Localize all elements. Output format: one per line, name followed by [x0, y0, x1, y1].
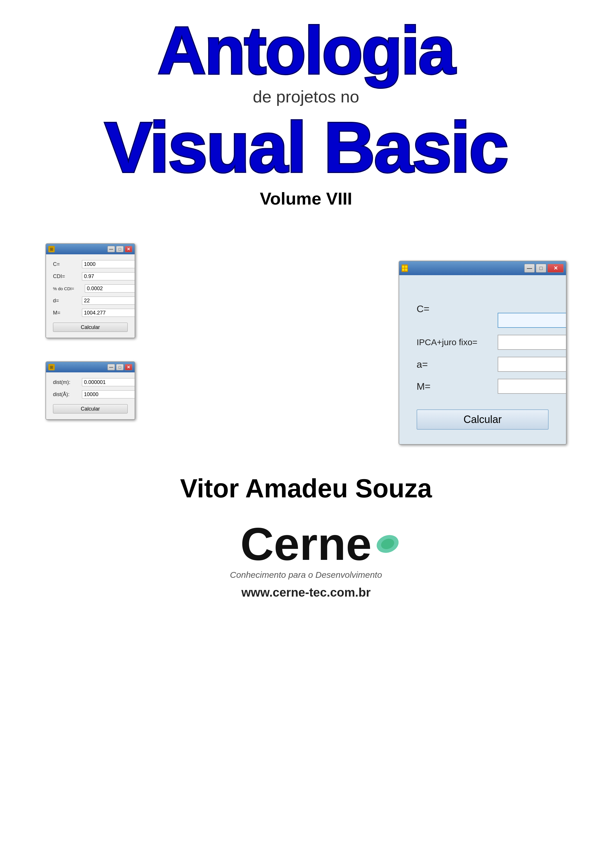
titlebar-ipca: — □ ✕	[399, 261, 566, 275]
row-ipca-m: M=	[416, 379, 548, 394]
dialog-ipca: — □ ✕ C= IPCA+juro fixo= a= M= Calcul	[399, 261, 567, 445]
row-ipca-a: a=	[416, 357, 548, 372]
svg-rect-2	[405, 266, 407, 268]
titlebar-cdi: ⊞ — □ ✕	[46, 244, 135, 254]
row-ipca-juro: IPCA+juro fixo=	[416, 335, 548, 350]
titlebar-dist: ⊞ — □ ✕	[46, 362, 135, 372]
cerne-logo: Cerne Conhecimento para o Desenvolviment…	[180, 521, 432, 600]
close-button-ipca[interactable]: ✕	[547, 264, 564, 273]
row-dist-a: dist(Å):	[53, 390, 128, 398]
row-cdi: CDI=	[53, 272, 128, 281]
label-ipca-c: C=	[416, 303, 498, 315]
title-antologia: Antologia	[0, 17, 612, 84]
row-pct-cdi: % do CDI=	[53, 284, 128, 293]
body-cdi: C= CDI= % do CDI= d= M=	[46, 254, 135, 338]
label-dist-m: dist(m):	[53, 379, 82, 385]
author-name: Vitor Amadeu Souza	[180, 474, 432, 504]
label-ipca-m: M=	[416, 381, 498, 392]
titlebar-icon-cdi: ⊞	[48, 246, 55, 252]
calcular-button-cdi[interactable]: Calcular	[53, 322, 128, 332]
titlebar-controls-cdi[interactable]: — □ ✕	[107, 246, 132, 252]
label-c: C=	[53, 261, 82, 267]
input-c[interactable]	[82, 260, 135, 268]
label-d: d=	[53, 298, 82, 304]
left-column: ⊞ — □ ✕ C= CDI= % do CDI=	[45, 243, 135, 420]
body-dist: dist(m): dist(Å): Calcular	[46, 372, 135, 419]
minimize-button-ipca[interactable]: —	[524, 264, 535, 273]
title-subtitle: de projetos no	[0, 87, 612, 106]
input-cdi[interactable]	[82, 272, 135, 281]
input-ipca-a[interactable]	[498, 357, 567, 372]
input-ipca-m[interactable]	[498, 379, 567, 394]
cerne-name: Cerne	[240, 521, 372, 567]
label-m: M=	[53, 310, 82, 316]
row-dist-m: dist(m):	[53, 378, 128, 386]
maximize-button-dist[interactable]: □	[116, 364, 124, 370]
dialog-cdi: ⊞ — □ ✕ C= CDI= % do CDI=	[45, 243, 135, 338]
calcular-button-dist[interactable]: Calcular	[53, 404, 128, 414]
author-section: Vitor Amadeu Souza Cerne Conhecimento pa…	[180, 474, 432, 600]
title-volume: Volume VIII	[0, 189, 612, 209]
label-ipca-juro: IPCA+juro fixo=	[416, 337, 498, 347]
svg-rect-1	[402, 266, 404, 268]
titlebar-controls-dist[interactable]: — □ ✕	[107, 364, 132, 370]
svg-rect-4	[405, 268, 407, 271]
titlebar-icon-ipca	[402, 265, 408, 271]
cerne-leaf-icon	[374, 534, 401, 554]
input-ipca-juro[interactable]	[498, 335, 567, 350]
close-button-dist[interactable]: ✕	[125, 364, 132, 370]
input-d[interactable]	[82, 296, 135, 305]
row-c: C=	[53, 260, 128, 268]
maximize-button-cdi[interactable]: □	[116, 246, 124, 252]
title-section: Antologia de projetos no Visual Basic Vo…	[0, 0, 612, 220]
label-cdi: CDI=	[53, 273, 82, 279]
row-ipca-c: C=	[416, 290, 548, 328]
close-button-cdi[interactable]: ✕	[125, 246, 132, 252]
body-ipca: C= IPCA+juro fixo= a= M= Calcular	[399, 275, 566, 444]
maximize-button-ipca[interactable]: □	[536, 264, 546, 273]
minimize-button-dist[interactable]: —	[107, 364, 115, 370]
input-m[interactable]	[82, 309, 135, 317]
cerne-url: www.cerne-tec.com.br	[241, 586, 371, 600]
cerne-tagline: Conhecimento para o Desenvolvimento	[230, 570, 382, 580]
cerne-logo-box: Cerne	[240, 521, 372, 567]
label-ipca-a: a=	[416, 359, 498, 370]
calcular-button-ipca[interactable]: Calcular	[416, 409, 548, 430]
titlebar-icon-dist: ⊞	[48, 364, 55, 370]
title-visual-basic: Visual Basic	[0, 112, 612, 183]
label-pct-cdi: % do CDI=	[53, 286, 85, 291]
row-d: d=	[53, 296, 128, 305]
input-dist-m[interactable]	[82, 378, 135, 386]
minimize-button-cdi[interactable]: —	[107, 246, 115, 252]
windows-area: ⊞ — □ ✕ C= CDI= % do CDI=	[45, 237, 567, 445]
titlebar-controls-ipca[interactable]: — □ ✕	[524, 264, 564, 273]
input-dist-a[interactable]	[82, 390, 135, 398]
input-pct-cdi[interactable]	[85, 284, 135, 293]
row-m: M=	[53, 309, 128, 317]
svg-rect-3	[402, 268, 404, 271]
input-ipca-c[interactable]	[498, 313, 567, 328]
label-dist-a: dist(Å):	[53, 391, 82, 398]
dialog-dist: ⊞ — □ ✕ dist(m): dist(Å): Calcular	[45, 361, 135, 420]
